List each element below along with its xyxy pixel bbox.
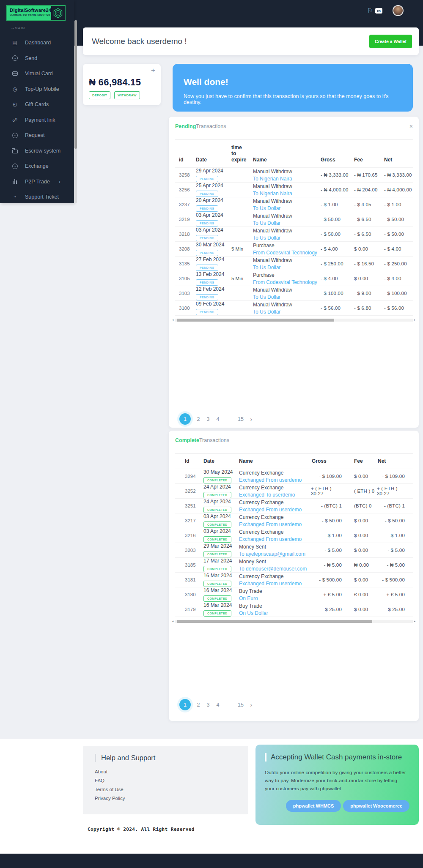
brand-logo[interactable]: DigitalSoftware24 ULTIMATE SOFTWARE SOLU… xyxy=(6,5,66,21)
pending-horizontal-scrollbar[interactable]: ◂ ▸ xyxy=(171,317,417,322)
table-row: 310009 Feb 2024PENDINGManual WithdrawTo … xyxy=(175,301,413,316)
transaction-link[interactable]: From Codesviral Technology xyxy=(253,279,317,285)
scrollbar-thumb[interactable] xyxy=(177,319,335,322)
scroll-left-arrow-icon[interactable]: ◂ xyxy=(171,620,175,623)
sidebar-scrollbar-thumb[interactable] xyxy=(74,20,77,149)
page-button-15[interactable]: 15 xyxy=(238,416,244,422)
sidebar-item-p2p-trade[interactable]: P2P Trade› xyxy=(0,174,74,190)
next-page-button[interactable]: › xyxy=(249,701,253,708)
button-phpwallet-woocomerce[interactable]: phpwallet Woocomerce xyxy=(343,800,409,812)
table-row: 318116 Mar 2024COMPLETEDCurrency Exchang… xyxy=(175,573,413,587)
complete-horizontal-scrollbar[interactable]: ◂ ▸ xyxy=(171,619,417,624)
cell-name: Currency ExchangeExchanged From userdemo xyxy=(236,470,311,483)
cell-fee: $ 0.00 xyxy=(348,607,377,612)
transaction-link[interactable]: To Nigerian Naira xyxy=(253,191,292,197)
avatar[interactable] xyxy=(393,5,404,16)
help-link-terms-of-use[interactable]: Terms of Use xyxy=(95,787,248,792)
transaction-date: 24 Apr 2024 xyxy=(203,499,231,505)
cell-fee: ₦ 0.00 xyxy=(348,562,377,568)
wallet-balance: ₦ 66,984.15 xyxy=(89,77,141,88)
scroll-right-arrow-icon[interactable]: ▸ xyxy=(413,620,417,623)
cell-date: 03 Apr 2024PENDING xyxy=(192,227,231,241)
close-icon[interactable]: × xyxy=(409,123,413,129)
add-wallet-icon[interactable]: + xyxy=(151,66,155,75)
transaction-date: 09 Feb 2024 xyxy=(196,301,224,307)
transaction-link[interactable]: To ayelepriscaap@gmail.com xyxy=(239,551,305,557)
language-badge[interactable]: en xyxy=(375,8,382,14)
sidebar-item-send[interactable]: →Send xyxy=(0,51,74,66)
sidebar-item-exchange[interactable]: →Exchange xyxy=(0,158,74,174)
transaction-link[interactable]: To Nigerian Naira xyxy=(253,176,292,182)
page-button-3[interactable]: 3 xyxy=(206,702,210,708)
table-row: 325625 Apr 2024PENDINGManual WithdrawTo … xyxy=(175,183,413,197)
scrollbar-thumb[interactable] xyxy=(177,620,373,623)
column-header: Gross xyxy=(318,152,350,167)
cell-gross: - ₦ 3,333.00 xyxy=(318,172,350,177)
status-badge: PENDING xyxy=(196,191,218,197)
cell-gross: - $ 4.00 xyxy=(318,246,350,251)
sidebar-item-escrow-system[interactable]: Escrow system xyxy=(0,143,74,159)
language-flag-icon[interactable]: ⚐ xyxy=(367,7,373,14)
cell-name: Buy TradeOn Us Dollar xyxy=(236,603,311,616)
transaction-link[interactable]: To Us Dollar xyxy=(253,294,280,300)
page-button-2[interactable]: 2 xyxy=(196,416,201,422)
transaction-link[interactable]: Exchanged To userdemo xyxy=(239,492,295,498)
cell-fee: - $ 16.50 xyxy=(350,261,378,266)
sidebar-item-top-up-mobile[interactable]: ◷Top-Up Mobile xyxy=(0,82,74,97)
scroll-left-arrow-icon[interactable]: ◂ xyxy=(171,318,175,322)
transaction-link[interactable]: To Us Dollar xyxy=(253,235,280,241)
cell-name: Currency ExchangeExchanged From userdemo xyxy=(236,573,311,587)
scrollbar-track[interactable] xyxy=(175,620,413,623)
deposit-button[interactable]: DEPOSIT xyxy=(89,91,110,99)
page-button-15[interactable]: 15 xyxy=(238,702,244,708)
transaction-link[interactable]: Exchanged From userdemo xyxy=(239,521,302,527)
next-page-button[interactable]: › xyxy=(249,416,253,423)
page-button-4[interactable]: 4 xyxy=(216,702,220,708)
transaction-link[interactable]: Exchanged From userdemo xyxy=(239,477,302,483)
sidebar-item-dashboard[interactable]: ▤Dashboard xyxy=(0,35,74,51)
transaction-link[interactable]: Exchanged From userdemo xyxy=(239,536,302,542)
transaction-link[interactable]: To demouser@demouser.com xyxy=(239,566,307,572)
gift-card-icon: ◴ xyxy=(11,102,18,107)
banner-title: Well done! xyxy=(184,77,402,87)
transaction-link[interactable]: To Us Dollar xyxy=(253,205,280,211)
cell-net: - $ 100.00 xyxy=(378,291,413,296)
sidebar-item-request[interactable]: ←Request xyxy=(0,128,74,143)
sidebar-item-payment-link[interactable]: ☍Payment link xyxy=(0,112,74,128)
cell-date: 16 Mar 2024COMPLETED xyxy=(198,587,236,602)
cell-date: 09 Feb 2024PENDING xyxy=(192,301,231,315)
sidebar-item-gift-cards[interactable]: ◴Gift Cards xyxy=(0,97,74,112)
help-link-about[interactable]: About xyxy=(95,769,248,774)
transaction-link[interactable]: To Us Dollar xyxy=(253,265,280,270)
create-wallet-button[interactable]: Create a Wallet xyxy=(369,35,412,48)
transaction-link[interactable]: Exchanged From userdemo xyxy=(239,507,302,513)
withdraw-button[interactable]: WITHDRAW xyxy=(114,91,140,99)
scrollbar-track[interactable] xyxy=(175,319,413,322)
sidebar-scrollbar[interactable] xyxy=(74,20,77,203)
sidebar-item-virtual-card[interactable]: Virtual Card xyxy=(0,66,74,82)
transaction-link[interactable]: From Codesviral Technology xyxy=(253,250,317,256)
transaction-link[interactable]: To Us Dollar xyxy=(253,220,280,226)
page-button-4[interactable]: 4 xyxy=(216,416,220,422)
cell-name: Money SentTo ayelepriscaap@gmail.com xyxy=(236,544,311,557)
help-link-faq[interactable]: FAQ xyxy=(95,778,248,783)
page-button-1[interactable]: 1 xyxy=(179,699,191,710)
transaction-date: 12 Feb 2024 xyxy=(196,286,224,292)
cell-gross: - $ 5.00 xyxy=(324,548,348,553)
brand-hexagon-icon xyxy=(51,6,65,20)
page-button-3[interactable]: 3 xyxy=(206,416,210,422)
page-button-2[interactable]: 2 xyxy=(196,702,201,708)
transaction-link[interactable]: Exchanged From userdemo xyxy=(239,581,302,587)
transaction-link[interactable]: To Us Dollar xyxy=(253,309,280,315)
table-row: 318517 Mar 2024COMPLETEDMoney SentTo dem… xyxy=(175,558,413,573)
page-button-1[interactable]: 1 xyxy=(179,413,191,425)
scroll-right-arrow-icon[interactable]: ▸ xyxy=(413,318,417,322)
transaction-link[interactable]: On Us Dollar xyxy=(239,610,268,616)
transaction-name: Manual Withdraw xyxy=(253,287,292,293)
transaction-link[interactable]: On Euro xyxy=(239,595,258,601)
help-link-privacy-policy[interactable]: Privacy Policy xyxy=(95,796,248,801)
clock-icon: ◔ xyxy=(11,194,18,199)
pending-title: PendingTransactions xyxy=(175,123,226,129)
button-phpwallet-whmcs[interactable]: phpwallet WHMCS xyxy=(286,800,341,812)
sidebar-item-support-ticket[interactable]: ◔Support Ticket xyxy=(0,189,74,205)
